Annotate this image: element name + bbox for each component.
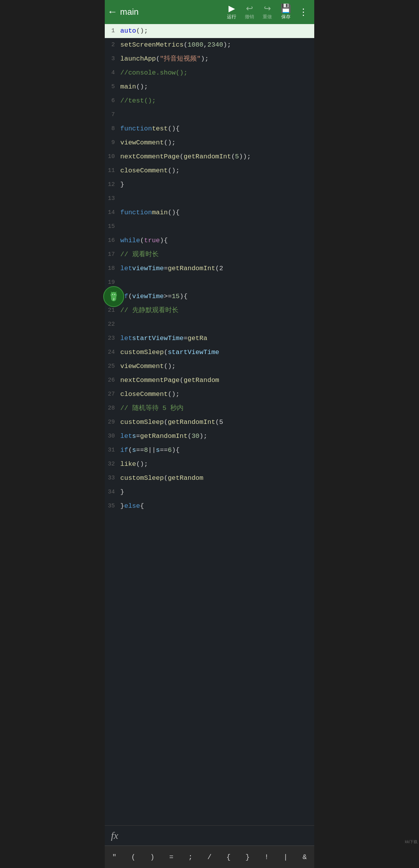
line-content: // 随机等待 5 秒内 <box>119 401 184 415</box>
svg-rect-3 <box>115 296 116 298</box>
code-token: nextCommentPage <box>120 150 180 164</box>
redo-label: 重做 <box>263 14 272 20</box>
shortcut-key-button[interactable]: | <box>278 850 293 864</box>
code-line[interactable]: 32 like(); <box>105 457 314 471</box>
shortcut-key-button[interactable]: ) <box>145 850 160 864</box>
code-token: (); <box>168 164 180 178</box>
code-line[interactable]: 27 closeComment(); <box>105 387 314 401</box>
code-line[interactable]: 19 <box>105 276 314 290</box>
code-line[interactable]: 10 nextCommentPage(getRandomInt(5)); <box>105 150 314 164</box>
shortcut-key-button[interactable]: } <box>240 850 255 864</box>
code-token: ); <box>201 52 208 66</box>
undo-button[interactable]: ↩ 撤销 <box>241 3 258 21</box>
save-button[interactable]: 💾 保存 <box>277 3 295 21</box>
shortcut-key-button[interactable]: ; <box>183 850 198 864</box>
fx-bar: fx <box>105 825 314 845</box>
line-number: 7 <box>105 108 119 122</box>
code-token: startViewTime <box>132 332 184 345</box>
line-number: 4 <box>105 66 119 80</box>
code-line[interactable]: 23 let startViewTime = getRa <box>105 332 314 345</box>
code-token: >= <box>164 290 171 304</box>
line-number: 1 <box>105 24 119 38</box>
run-icon: ▶ <box>229 4 235 13</box>
code-line[interactable]: 2setScreenMetrics(1080, 2340); <box>105 38 314 52</box>
code-line[interactable]: 31 if(s==8 || s==6){ <box>105 443 314 457</box>
code-token: ( <box>128 443 132 457</box>
line-content: nextCommentPage(getRandomInt(5)); <box>119 150 251 164</box>
undo-icon: ↩ <box>246 4 253 13</box>
code-line[interactable]: 8function test(){ <box>105 122 314 136</box>
code-token: 6 <box>168 443 171 457</box>
code-line[interactable]: 35 }else{ <box>105 499 314 513</box>
line-number: 12 <box>105 178 119 192</box>
code-line[interactable]: 17 // 观看时长 <box>105 248 314 262</box>
code-token: ( <box>128 290 132 304</box>
code-line[interactable]: 1auto(); <box>105 24 314 38</box>
line-content: }else{ <box>119 499 144 513</box>
code-line[interactable]: 14function main(){ <box>105 206 314 220</box>
code-line[interactable]: 18 let viewTime = getRandomInt(2 <box>105 262 314 276</box>
shortcut-key-button[interactable]: ( <box>126 850 141 864</box>
line-content: //console.show(); <box>119 66 187 80</box>
line-content: let viewTime = getRandomInt(2 <box>119 262 223 276</box>
shortcut-key-button[interactable]: & <box>297 850 312 864</box>
code-token: ( <box>164 345 168 359</box>
code-line[interactable]: 24 customSleep(startViewTime <box>105 345 314 359</box>
code-line[interactable]: 6//test(); <box>105 94 314 108</box>
back-button[interactable]: ← <box>109 5 119 19</box>
code-line[interactable]: 5main(); <box>105 80 314 94</box>
code-token: ( <box>164 415 168 429</box>
code-line[interactable]: 3launchApp("抖音短视频"); <box>105 52 314 66</box>
svg-line-6 <box>111 292 112 293</box>
code-token: customSleep <box>120 415 164 429</box>
svg-point-5 <box>114 294 115 295</box>
shortcut-key-button[interactable]: ! <box>259 850 274 864</box>
line-number: 31 <box>105 443 119 457</box>
code-line[interactable]: 12} <box>105 178 314 192</box>
line-content: } <box>119 178 124 192</box>
line-content: function main(){ <box>119 206 180 220</box>
code-line[interactable]: 30 let s = getRandomInt(30); <box>105 429 314 443</box>
code-line[interactable]: 9 viewComment(); <box>105 136 314 150</box>
code-line[interactable]: 29 customSleep(getRandomInt(5 <box>105 415 314 429</box>
code-line[interactable]: 22 <box>105 318 314 332</box>
line-content: let s = getRandomInt(30); <box>119 429 207 443</box>
shortcut-key-button[interactable]: { <box>221 850 236 864</box>
run-button[interactable]: ▶ 运行 <box>223 3 240 21</box>
line-content: main(); <box>119 80 148 94</box>
code-line[interactable]: 21 // 先静默观看时长 <box>105 304 314 318</box>
code-editor[interactable]: 1auto();2setScreenMetrics(1080, 2340);3l… <box>105 24 314 825</box>
code-line[interactable]: 4//console.show(); <box>105 66 314 80</box>
code-line[interactable]: 11 closeComment(); <box>105 164 314 178</box>
code-token: 1080 <box>187 38 203 52</box>
shortcut-key-button[interactable]: = <box>164 850 179 864</box>
code-token: ( <box>156 52 160 66</box>
code-line[interactable]: 34 } <box>105 485 314 499</box>
code-line[interactable]: 20 if(viewTime>=15){ <box>105 290 314 304</box>
code-token: function <box>120 122 152 136</box>
line-number: 26 <box>105 373 119 387</box>
code-line[interactable]: 28 // 随机等待 5 秒内 <box>105 401 314 415</box>
redo-button[interactable]: ↪ 重做 <box>259 3 276 21</box>
code-line[interactable]: 26 nextCommentPage(getRandom <box>105 373 314 387</box>
shortcut-key-button[interactable]: / <box>202 850 217 864</box>
line-content: like(); <box>119 457 148 471</box>
line-number: 14 <box>105 206 119 220</box>
code-token: ( <box>184 38 187 52</box>
toolbar-actions: ▶ 运行 ↩ 撤销 ↪ 重做 💾 保存 ⋮ <box>223 3 310 21</box>
file-title: main <box>119 7 223 17</box>
line-content: if(s==8 || s==6){ <box>119 443 180 457</box>
line-number: 27 <box>105 387 119 401</box>
shortcut-key-button[interactable]: " <box>107 850 122 864</box>
code-line[interactable]: 13 <box>105 192 314 206</box>
code-token: ( <box>187 429 191 443</box>
code-line[interactable]: 16 while(true){ <box>105 234 314 248</box>
code-token: } <box>120 485 124 499</box>
code-line[interactable]: 33 customSleep(getRandom <box>105 471 314 485</box>
line-content: let startViewTime = getRa <box>119 332 207 345</box>
more-menu-button[interactable]: ⋮ <box>296 5 310 19</box>
code-line[interactable]: 15 <box>105 220 314 234</box>
code-line[interactable]: 7 <box>105 108 314 122</box>
code-token: auto <box>120 24 136 38</box>
code-line[interactable]: 25 viewComment(); <box>105 359 314 373</box>
